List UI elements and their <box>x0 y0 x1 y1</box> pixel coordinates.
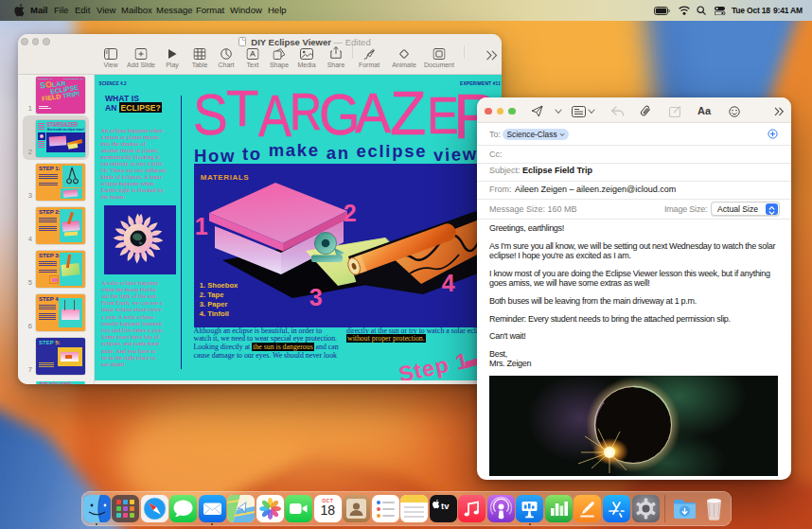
svg-text:tv: tv <box>441 501 450 511</box>
